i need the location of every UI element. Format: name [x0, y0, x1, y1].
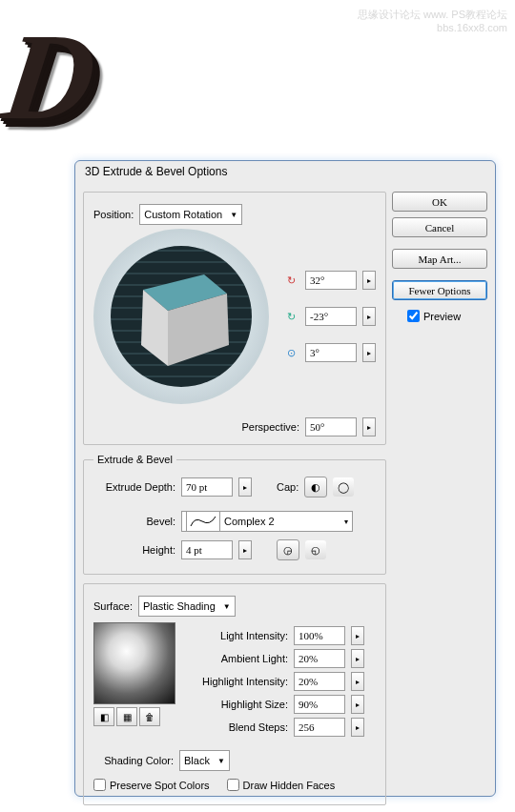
preserve-spot-checkbox[interactable]: Preserve Spot Colors	[93, 779, 210, 791]
bevel-height-label: Height:	[93, 544, 175, 556]
surface-label: Surface:	[93, 600, 133, 612]
rotate-x-stepper[interactable]: ▸	[362, 271, 376, 290]
watermark: 思缘设计论坛 www. PS教程论坛 bbs.16xx8.com	[358, 8, 507, 34]
highlight-size-stepper[interactable]: ▸	[351, 695, 364, 714]
new-light-icon[interactable]: ▦	[116, 707, 137, 726]
extrude-depth-stepper[interactable]: ▸	[238, 477, 252, 497]
highlight-intensity-stepper[interactable]: ▸	[351, 672, 364, 691]
highlight-intensity-label: Highlight Intensity:	[185, 676, 288, 687]
bevel-label: Bevel:	[93, 516, 175, 527]
extrude-depth-input[interactable]	[181, 477, 233, 497]
delete-light-icon[interactable]: 🗑	[139, 707, 160, 726]
draw-hidden-checkbox[interactable]: Draw Hidden Faces	[227, 779, 336, 791]
preview-checkbox[interactable]: Preview	[407, 310, 487, 322]
fewer-options-button[interactable]: Fewer Options	[392, 280, 487, 300]
bevel-preview-icon	[186, 511, 220, 532]
position-label: Position:	[93, 209, 134, 220]
cap-on-icon[interactable]: ◐	[304, 477, 327, 497]
rotate-z-stepper[interactable]: ▸	[362, 343, 376, 362]
extrude-depth-label: Extrude Depth:	[93, 481, 175, 493]
cap-label: Cap:	[277, 481, 299, 493]
cap-off-icon[interactable]: ◯	[333, 477, 354, 497]
shading-color-dropdown[interactable]: Black▼	[179, 750, 230, 771]
blend-steps-label: Blend Steps:	[185, 721, 288, 733]
dialog-title: 3D Extrude & Bevel Options	[75, 161, 495, 186]
bevel-dropdown[interactable]: Complex 2 ▾	[181, 511, 353, 532]
cube-preview	[124, 263, 238, 370]
light-intensity-label: Light Intensity:	[185, 630, 288, 641]
sample-3d-letter: D	[0, 5, 104, 148]
rotate-y-stepper[interactable]: ▸	[362, 307, 376, 326]
shading-color-label: Shading Color:	[93, 755, 174, 766]
bevel-extent-in-icon[interactable]: ◶	[277, 539, 299, 560]
surface-dropdown[interactable]: Plastic Shading▼	[138, 596, 236, 617]
light-intensity-stepper[interactable]: ▸	[351, 626, 364, 645]
ok-button[interactable]: OK	[392, 192, 487, 212]
extrude-legend: Extrude & Bevel	[93, 454, 176, 465]
trackball[interactable]	[93, 229, 269, 404]
light-back-icon[interactable]: ◧	[93, 707, 114, 726]
rotate-x-icon: ↻	[282, 274, 299, 287]
perspective-input[interactable]	[305, 417, 357, 436]
ambient-light-input[interactable]	[294, 649, 345, 668]
light-intensity-input[interactable]	[294, 626, 345, 645]
map-art-button[interactable]: Map Art...	[392, 249, 487, 269]
highlight-size-input[interactable]	[294, 695, 345, 714]
rotate-y-icon: ↻	[282, 311, 299, 323]
lighting-sphere[interactable]	[93, 622, 175, 704]
highlight-intensity-input[interactable]	[294, 672, 345, 691]
perspective-label: Perspective:	[241, 421, 299, 433]
ambient-light-stepper[interactable]: ▸	[351, 649, 364, 668]
blend-steps-input[interactable]	[294, 718, 345, 737]
highlight-size-label: Highlight Size:	[185, 699, 288, 710]
rotate-x-input[interactable]	[305, 271, 357, 290]
position-dropdown[interactable]: Custom Rotation▼	[139, 204, 242, 225]
rotate-y-input[interactable]	[305, 307, 357, 326]
bevel-height-stepper[interactable]: ▸	[238, 540, 252, 559]
3d-options-dialog: 3D Extrude & Bevel Options Position: Cus…	[74, 160, 496, 797]
rotate-z-input[interactable]	[305, 343, 357, 362]
cancel-button[interactable]: Cancel	[392, 217, 487, 237]
blend-steps-stepper[interactable]: ▸	[351, 718, 364, 737]
perspective-stepper[interactable]: ▸	[362, 417, 376, 436]
bevel-height-input[interactable]	[181, 540, 233, 559]
ambient-light-label: Ambient Light:	[185, 653, 288, 664]
rotate-z-icon: ⊙	[282, 347, 299, 359]
bevel-extent-out-icon[interactable]: ◵	[305, 540, 326, 559]
